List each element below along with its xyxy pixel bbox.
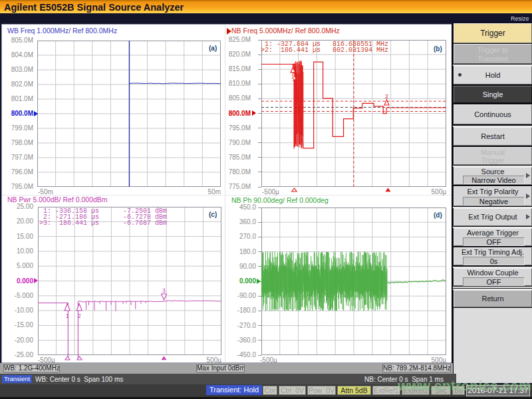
svg-text:1: 1 [66, 313, 69, 319]
svg-text:2: 2 [78, 313, 81, 319]
svg-text:3: 3 [162, 287, 166, 294]
svg-text:1: 1 [291, 73, 295, 80]
svg-text:2: 2 [385, 93, 388, 100]
